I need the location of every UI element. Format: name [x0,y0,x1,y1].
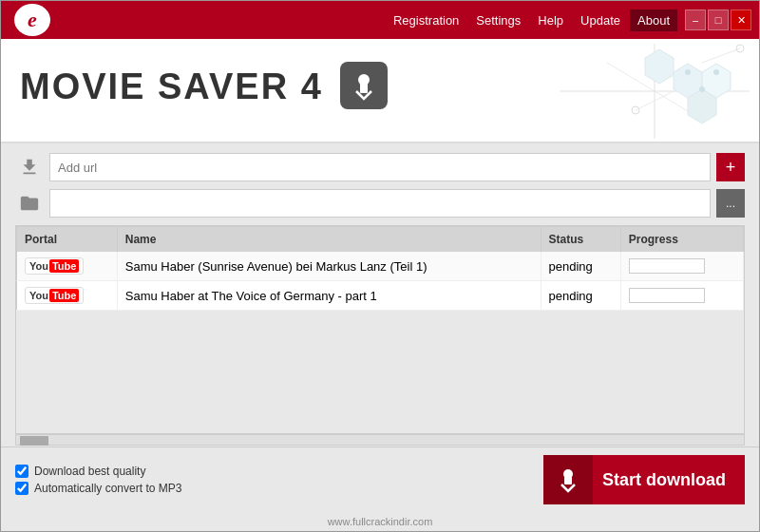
bottom-bar: Download best quality Automatically conv… [1,446,759,512]
options-checkboxes: Download best quality Automatically conv… [15,465,181,495]
add-url-button[interactable]: + [716,153,745,181]
logo-icon: e [14,4,50,36]
progress-bar [629,258,705,274]
window-body: + C:\ ... Portal N [1,143,759,531]
cell-status: pending [541,252,620,281]
cell-progress [620,252,743,281]
download-btn-icon [543,455,593,504]
col-progress: Progress [620,227,743,253]
cell-progress [620,281,743,311]
window-controls: – □ ✕ [685,10,751,30]
quality-checkbox[interactable] [15,465,28,478]
app-header: MOVIE SAVER 4 [1,39,759,143]
yt-you: You [29,290,48,301]
menu-bar: Registration Settings Help Update About [56,10,677,31]
cloud-upload-icon [15,153,44,181]
close-button[interactable]: ✕ [731,10,751,30]
app-window: e Registration Settings Help Update Abou… [0,0,760,532]
youtube-badge: YouTube [25,287,84,304]
horizontal-scrollbar[interactable] [15,434,745,446]
svg-point-9 [685,69,691,75]
download-list[interactable]: Portal Name Status Progress YouTube Samu… [15,225,745,434]
folder-icon [15,189,44,218]
table-container: Portal Name Status Progress YouTube Samu… [1,225,759,446]
yt-you: You [29,260,48,272]
yt-tube: Tube [49,289,79,302]
convert-label: Automatically convert to MP3 [34,482,181,495]
menu-settings[interactable]: Settings [468,10,528,31]
app-logo: e [9,4,56,36]
scroll-thumb[interactable] [20,436,48,446]
svg-rect-1 [360,84,368,93]
quality-label: Download best quality [34,465,145,478]
downloads-table: Portal Name Status Progress YouTube Samu… [16,226,744,311]
maximize-button[interactable]: □ [708,10,729,30]
title-bar: e Registration Settings Help Update Abou… [1,1,759,39]
table-row[interactable]: YouTube Samu Haber at The Voice of Germa… [17,281,744,311]
col-name: Name [117,227,541,253]
quality-checkbox-row[interactable]: Download best quality [15,465,181,478]
url-input[interactable] [49,153,711,181]
cell-name: Samu Haber at The Voice of Germany - par… [117,281,541,311]
header-decoration [560,44,750,139]
progress-bar [629,288,705,303]
watermark: www.fullcrackindir.com [1,512,759,531]
menu-about[interactable]: About [630,10,677,31]
svg-point-11 [713,69,719,75]
menu-update[interactable]: Update [573,10,628,31]
menu-registration[interactable]: Registration [386,10,466,31]
youtube-badge: YouTube [25,257,84,275]
svg-marker-8 [645,49,674,84]
menu-help[interactable]: Help [530,10,571,31]
url-input-row: + [15,153,745,181]
start-download-button[interactable]: Start download [543,455,745,504]
browse-button[interactable]: ... [716,189,745,218]
cell-portal: YouTube [17,252,118,281]
svg-rect-17 [564,477,572,484]
cell-name: Samu Haber (Sunrise Avenue) bei Markus L… [117,252,541,281]
inputs-area: + C:\ ... [1,143,759,225]
convert-checkbox[interactable] [15,482,28,495]
download-icon [340,62,388,109]
svg-line-13 [702,48,740,63]
path-input-row: C:\ ... [15,189,745,218]
app-title: MOVIE SAVER 4 [20,66,388,114]
col-portal: Portal [17,227,118,253]
minimize-button[interactable]: – [685,10,706,30]
cell-status: pending [541,281,620,311]
table-header-row: Portal Name Status Progress [17,227,744,253]
svg-point-10 [699,86,705,92]
col-status: Status [541,227,620,253]
convert-checkbox-row[interactable]: Automatically convert to MP3 [15,482,181,495]
yt-tube: Tube [49,259,79,273]
start-download-label: Start download [602,470,745,490]
path-input[interactable]: C:\ [49,189,711,218]
table-row[interactable]: YouTube Samu Haber (Sunrise Avenue) bei … [17,252,744,281]
cell-portal: YouTube [17,281,118,311]
